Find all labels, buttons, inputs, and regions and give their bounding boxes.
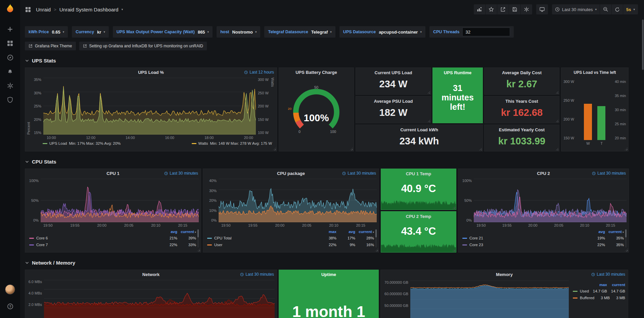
cpu-threads-input[interactable] — [462, 28, 510, 36]
star-dashboard-button[interactable] — [485, 4, 497, 14]
legend-scrollbar[interactable] — [197, 229, 199, 247]
legend-sort-max[interactable]: max — [318, 230, 336, 234]
panel-header[interactable]: UPS Battery Charge — [279, 68, 354, 77]
legend-sort-current[interactable]: current ▾ — [605, 230, 624, 234]
legend-item[interactable]: Watts Min: 148 W Max: 278 W Avg: 175 W — [192, 141, 272, 145]
sidebar-item-help[interactable]: ? — [3, 300, 17, 313]
tv-mode-button[interactable] — [536, 4, 548, 14]
legend-item[interactable]: Used — [573, 289, 589, 293]
grafana-logo[interactable] — [5, 3, 15, 14]
panel-header[interactable]: CPU 1 Last 30 minutes — [25, 169, 201, 178]
y-tick: 0% — [211, 218, 217, 222]
chevron-down-icon — [25, 261, 29, 265]
variable-cpu-threads: CPU Threads — [429, 26, 514, 38]
variable-kwh-price: kWh Price 0.65▾ — [25, 26, 68, 38]
row-header-ups-stats[interactable]: UPS Stats — [25, 58, 639, 63]
legend-item[interactable]: Core 7 — [29, 243, 158, 247]
apps-grid-button[interactable] — [23, 4, 33, 14]
legend-item[interactable]: UPS Load Min: 17% Max: 32% Avg: 20% — [43, 141, 121, 145]
x-tick: 20:15 — [606, 223, 615, 227]
bell-icon — [7, 69, 13, 75]
legend-table: avg current ▾ Core 21 19% 35% Core 23 22… — [462, 229, 624, 248]
panel-header[interactable]: Uptime — [279, 270, 378, 279]
legend-sort-avg[interactable]: avg — [336, 230, 355, 234]
sidebar-item-alerting[interactable] — [3, 65, 17, 78]
chevron-down-icon: ▾ — [595, 8, 597, 11]
row-header-cpu-stats[interactable]: CPU Stats — [25, 159, 639, 165]
user-avatar[interactable] — [5, 284, 15, 294]
sidebar-item-dashboards[interactable] — [3, 37, 17, 50]
y-axis-left: 300 W 250 W 200 W 150 W — [563, 80, 576, 140]
y-axis: 40% 30% 20% 10% 0% — [204, 179, 219, 222]
legend-item[interactable]: Core 23 — [462, 243, 586, 247]
time-override-badge: Last 30 minutes — [164, 171, 198, 176]
cpu2-chart[interactable] — [474, 179, 627, 222]
legend-scrollbar[interactable] — [375, 229, 377, 247]
legend-sort-avg[interactable]: avg — [586, 230, 605, 234]
breadcrumb-app[interactable]: Unraid — [36, 7, 51, 12]
legend-sort-current[interactable]: current ▾ — [177, 230, 196, 234]
bar-time — [597, 106, 605, 140]
bars-area[interactable] — [576, 80, 613, 140]
variable-dropdown[interactable]: apcupsd-container▾ — [379, 30, 422, 35]
row-header-network-memory[interactable]: Network / Memory — [25, 260, 639, 266]
zoom-out-button[interactable] — [600, 4, 611, 14]
legend-item[interactable]: User — [207, 243, 318, 247]
ups-load-chart[interactable] — [43, 78, 256, 135]
panel-current-load-kwh: Current Load kWh 234 kWh — [356, 125, 483, 151]
legend-sort-max[interactable]: max — [589, 283, 607, 287]
y-tick: 25 min — [615, 122, 626, 126]
variable-dropdown[interactable]: kr▾ — [97, 30, 105, 35]
time-override-badge: Last 30 minutes — [342, 171, 376, 176]
add-panel-button[interactable] — [474, 4, 485, 14]
panel-ups-load: UPS Load % Last 12 hours Percent 35% 30%… — [25, 67, 277, 151]
panel-header[interactable]: UPS Load % Last 12 hours — [25, 68, 277, 77]
panel-header[interactable]: Network Last 30 minutes — [25, 270, 277, 279]
legend-sort-current[interactable]: current ▾ — [355, 230, 374, 234]
time-range-picker[interactable]: Last 30 minutes ▾ — [552, 4, 600, 14]
link-ups-monitoring-guide[interactable]: Setting up Grafana and InfluxDB for UPS … — [79, 42, 207, 50]
legend-item[interactable]: Buffered — [573, 296, 594, 300]
page-scrollbar[interactable] — [642, 19, 644, 315]
y-tick: 70.000000 GB — [384, 280, 408, 284]
panel-header[interactable]: CPU 2 Last 30 minutes — [458, 169, 629, 178]
refresh-interval-picker[interactable]: 5s ▾ — [623, 4, 638, 14]
variable-dropdown[interactable]: 865▾ — [198, 30, 209, 35]
legend-item[interactable]: Core 6 — [29, 236, 158, 240]
chevron-down-icon[interactable]: ▾ — [122, 8, 123, 11]
network-chart[interactable] — [44, 280, 275, 318]
legend-row: Core 23 22% 35% — [462, 241, 624, 248]
scrollbar-thumb[interactable] — [642, 19, 644, 70]
save-dashboard-button[interactable] — [509, 4, 520, 14]
sidebar-item-server-admin[interactable] — [3, 93, 17, 106]
legend-sort-current[interactable]: current — [607, 283, 625, 287]
sidebar-item-explore[interactable] — [3, 51, 17, 64]
sidebar-item-create[interactable] — [3, 23, 17, 36]
legend-item[interactable]: CPU Total — [207, 236, 318, 240]
memory-chart[interactable] — [410, 280, 569, 318]
link-grafana-plex-theme[interactable]: Grafana Plex Theme — [25, 42, 76, 50]
gear-icon — [7, 83, 13, 89]
variable-dropdown[interactable]: 0.65▾ — [52, 30, 64, 35]
panel-header[interactable]: UPS Load vs Time left — [561, 68, 628, 77]
cpu-package-chart[interactable] — [219, 179, 377, 222]
x-tick: 14:00 — [126, 136, 135, 140]
legend-sort-avg[interactable]: avg — [158, 230, 177, 234]
chevron-down-icon: ▾ — [63, 30, 64, 34]
variable-dropdown[interactable]: Nostromo▾ — [232, 30, 257, 35]
dashboard-title[interactable]: Unraid System Dashboard — [59, 7, 119, 12]
x-tick: 20:15 — [356, 223, 365, 227]
refresh-button[interactable] — [611, 4, 623, 14]
dashboard-settings-button[interactable] — [520, 4, 532, 14]
panel-average-daily-cost: Average Daily Cost kr 2.67 — [484, 67, 559, 95]
panel-header[interactable]: Memory Last 30 minutes — [381, 270, 628, 279]
panel-header[interactable]: CPU package Last 30 minutes — [203, 169, 379, 178]
legend-scrollbar[interactable] — [625, 229, 627, 247]
share-dashboard-button[interactable] — [497, 4, 509, 14]
cpu1-chart[interactable] — [41, 179, 199, 222]
sidebar-item-configuration[interactable] — [3, 79, 17, 92]
legend-item[interactable]: Core 21 — [462, 236, 586, 240]
variable-dropdown[interactable]: Telegraf▾ — [311, 30, 332, 35]
y-tick: 250 W — [258, 91, 269, 95]
zoom-out-icon — [603, 7, 608, 12]
